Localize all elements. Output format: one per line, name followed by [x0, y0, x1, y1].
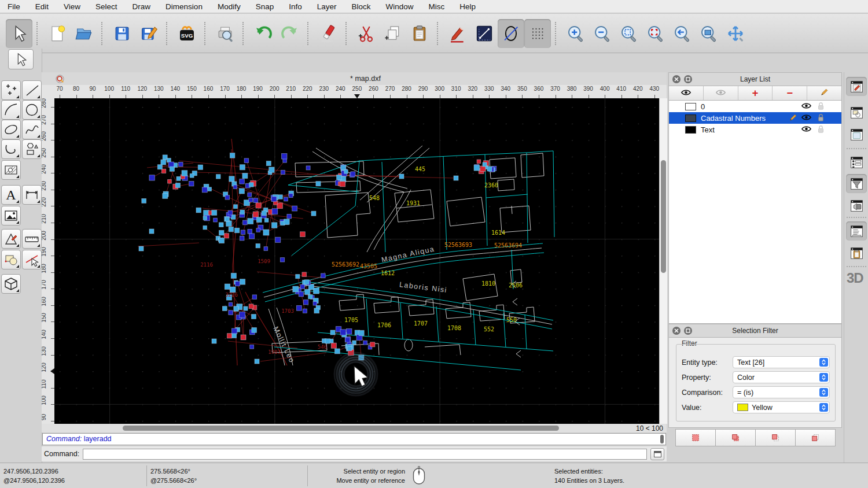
line-tool-button[interactable] — [471, 19, 498, 48]
layer-lock-icon[interactable] — [818, 125, 824, 135]
menu-modify[interactable]: Modify — [218, 2, 241, 11]
cut-button[interactable] — [353, 19, 380, 48]
horizontal-scrollbar[interactable]: 10 < 100 — [42, 424, 667, 432]
drawing-canvas[interactable]: 2116150932261703190354644554819312360161… — [54, 98, 659, 424]
dock-property-editor-button[interactable] — [846, 77, 867, 96]
ellipse-tool-button[interactable] — [1, 120, 21, 139]
menu-select[interactable]: Select — [95, 2, 117, 11]
zoom-in-button[interactable] — [562, 19, 589, 48]
vertical-scrollbar-thumb[interactable] — [661, 160, 666, 273]
save-button[interactable] — [109, 19, 135, 48]
command-options-button[interactable] — [650, 448, 664, 460]
dock-library-browser-button[interactable] — [846, 125, 867, 144]
menu-file[interactable]: File — [8, 2, 20, 11]
shape-tool-button[interactable] — [22, 139, 42, 159]
copy-button[interactable] — [380, 19, 406, 48]
pan-button[interactable] — [722, 19, 749, 48]
hatch-tool-button[interactable] — [1, 160, 21, 180]
selection-pointer-button[interactable] — [8, 49, 34, 69]
horizontal-scrollbar-thumb[interactable] — [123, 426, 559, 431]
dock-block-list-button[interactable] — [846, 103, 867, 122]
edit-layer-button[interactable] — [807, 86, 841, 100]
layer-color-swatch[interactable] — [685, 114, 696, 122]
spline-tool-button[interactable] — [22, 120, 42, 139]
redo-button[interactable] — [277, 19, 303, 48]
document-tab[interactable]: * map.dxf — [42, 72, 667, 86]
zoom-out-button[interactable] — [589, 19, 616, 48]
grid-toggle-button[interactable] — [524, 19, 551, 48]
dock-3d-label[interactable]: 3D — [847, 270, 863, 286]
layer-color-swatch[interactable] — [685, 126, 696, 134]
polyline-tool-button[interactable] — [1, 139, 21, 159]
draw-pen-button[interactable] — [444, 19, 471, 48]
history-scrollbar-thumb[interactable] — [660, 435, 664, 443]
dock-command-history-button[interactable] — [846, 221, 867, 241]
pointer-button[interactable] — [6, 19, 32, 48]
dock-command-prompt-button[interactable] — [846, 196, 867, 215]
image-tool-button[interactable] — [1, 206, 21, 225]
comparison-select[interactable]: = (is) — [733, 386, 830, 398]
circle-tool-button[interactable] — [22, 100, 42, 120]
remove-layer-button[interactable]: − — [773, 86, 807, 100]
entity-type-select[interactable]: Text [26] — [733, 356, 830, 368]
dimension-tool-button[interactable] — [22, 185, 42, 205]
menu-edit[interactable]: Edit — [35, 2, 49, 11]
property-select[interactable]: Color — [733, 371, 830, 383]
show-all-layers-button[interactable] — [669, 86, 704, 100]
layer-row-cadastral-numbers[interactable]: Cadastral Numbers — [669, 112, 841, 124]
modify-tool-button[interactable] — [1, 229, 21, 249]
menu-window[interactable]: Window — [386, 2, 414, 11]
menu-misc[interactable]: Misc — [429, 2, 445, 11]
stepper-icon[interactable] — [819, 373, 828, 382]
filter-remove-from-selection-button[interactable] — [755, 429, 796, 446]
line-tool-button[interactable] — [22, 80, 42, 100]
measure-tool-button[interactable] — [22, 229, 42, 249]
layer-list-close-icon[interactable] — [672, 75, 681, 83]
layer-row-0[interactable]: 0 — [669, 101, 841, 112]
filter-intersect-selection-button[interactable] — [795, 429, 836, 446]
filter-add-to-selection-button[interactable] — [715, 429, 756, 446]
filter-select-all-button[interactable] — [675, 429, 716, 446]
solid-tool-button[interactable] — [1, 274, 21, 294]
menu-snap[interactable]: Snap — [256, 2, 274, 11]
zoom-auto-button[interactable] — [616, 19, 642, 48]
layer-lock-icon[interactable] — [818, 102, 824, 112]
menu-layer[interactable]: Layer — [317, 2, 337, 11]
menu-info[interactable]: Info — [289, 2, 302, 11]
block-tool-button[interactable] — [1, 250, 21, 269]
save-as-button[interactable] — [135, 19, 162, 48]
layer-edit-icon[interactable] — [789, 113, 797, 123]
layer-visibility-icon[interactable] — [801, 102, 811, 111]
command-input[interactable] — [83, 449, 647, 460]
stepper-icon[interactable] — [819, 358, 828, 367]
hide-all-layers-button[interactable] — [704, 86, 738, 100]
menu-view[interactable]: View — [64, 2, 80, 11]
layer-color-swatch[interactable] — [685, 103, 696, 110]
menu-block[interactable]: Block — [352, 2, 371, 11]
print-preview-button[interactable] — [212, 19, 238, 48]
select-entity-tool-button[interactable] — [22, 250, 42, 269]
stepper-icon[interactable] — [819, 388, 828, 397]
selection-filter-float-icon[interactable] — [684, 327, 692, 335]
value-select[interactable]: Yellow — [733, 401, 830, 413]
circle-slash-tool-button[interactable] — [498, 19, 524, 48]
paste-button[interactable] — [406, 19, 433, 48]
menu-draw[interactable]: Draw — [133, 2, 151, 11]
dock-selection-filter-button[interactable] — [846, 174, 867, 193]
zoom-selection-button[interactable] — [642, 19, 669, 48]
undo-button[interactable] — [250, 19, 277, 48]
layer-list-float-icon[interactable] — [684, 75, 692, 83]
text-tool-button[interactable]: A — [1, 185, 21, 205]
menu-dimension[interactable]: Dimension — [165, 2, 203, 11]
zoom-previous-button[interactable] — [669, 19, 696, 48]
dock-layer-list-button[interactable] — [846, 153, 867, 172]
open-file-button[interactable] — [71, 19, 97, 48]
new-file-button[interactable] — [44, 19, 71, 48]
layer-visibility-icon[interactable] — [801, 125, 811, 134]
point-tool-button[interactable] — [1, 80, 21, 100]
layer-lock-icon[interactable] — [818, 113, 824, 123]
menu-help[interactable]: Help — [459, 2, 476, 11]
layer-row-text[interactable]: Text — [669, 124, 841, 135]
svg-export-button[interactable]: SVG — [174, 19, 200, 48]
zoom-window-button[interactable] — [696, 19, 722, 48]
